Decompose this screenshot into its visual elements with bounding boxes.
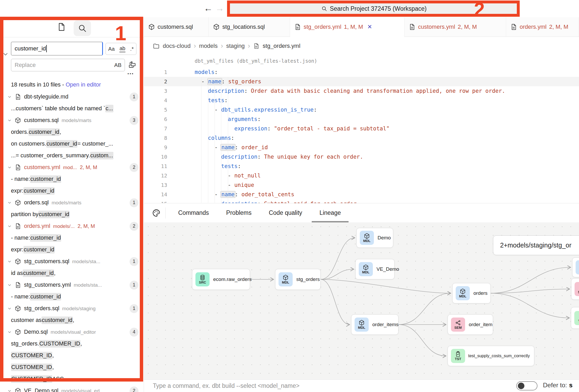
lineage-node-partial_sem[interactable]: SEM <box>571 278 579 300</box>
regex-button[interactable]: .* <box>130 46 134 52</box>
code-line-4[interactable]: 4 tests: <box>144 96 579 105</box>
code-line-8[interactable]: 8 columns: <box>144 133 579 143</box>
search-result-file[interactable]: stg_orders.sqlmodels/staging1 <box>0 303 144 314</box>
chevron-down-icon[interactable] <box>7 118 12 123</box>
search-result-match[interactable]: expr: customer_id <box>0 244 144 256</box>
search-result-match[interactable]: id as customer_id, <box>0 267 144 279</box>
panel-tab-code-quality[interactable]: Code quality <box>261 203 310 223</box>
search-result-match[interactable]: stg_orders.CUSTOMER_ID, <box>0 338 144 350</box>
search-result-match[interactable]: expr: customer_id <box>0 185 144 197</box>
search-result-match[interactable]: ...= customer_orders_summary.custom... <box>0 150 144 162</box>
code-line-12[interactable]: 12 - not_null <box>144 171 579 180</box>
tab-customers.sql[interactable]: customers.sql <box>144 17 209 37</box>
palette-icon[interactable] <box>152 209 161 217</box>
search-result-match[interactable]: customer as customer_id, <box>0 314 144 326</box>
tab-stg_locations.sql[interactable]: stg_locations.sql <box>209 17 290 37</box>
chevron-down-icon[interactable] <box>7 259 12 264</box>
search-result-match[interactable]: CUSTOMER_ID, <box>0 361 144 373</box>
chevron-down-icon[interactable] <box>7 95 12 99</box>
lineage-node-orders[interactable]: MDLorders <box>452 283 491 303</box>
search-result-file[interactable]: dbt-styleguide.md1 <box>0 91 144 103</box>
back-icon[interactable]: ← <box>204 3 213 13</box>
search-input[interactable]: customer_id <box>11 42 103 55</box>
lineage-node-group_stg[interactable]: 2+models/staging/stg_or <box>493 235 579 255</box>
code-line-3[interactable]: 3 description: Order data with basic cle… <box>144 86 579 96</box>
search-tab-icon[interactable] <box>74 20 91 36</box>
lineage-node-partial_tst[interactable]: TST <box>571 307 579 329</box>
lineage-node-Demo[interactable]: MDLDemo <box>356 228 393 248</box>
lineage-node-ecom.raw_orders[interactable]: SRCecom.raw_orders <box>192 269 250 290</box>
code-line-15[interactable]: 15 description: Subtotal paid for each o… <box>144 199 579 203</box>
panel-tab-lineage[interactable]: Lineage <box>312 203 349 223</box>
lineage-node-order_items[interactable]: MDLorder_items <box>351 314 398 335</box>
code-line-2[interactable]: 2 - name: stg_orders <box>144 77 579 86</box>
code-line-14[interactable]: 14 - name: oder_total_cents <box>144 190 579 199</box>
schema-hint[interactable]: dbt_yml_files (dbt_yml_files-latest.json… <box>195 58 579 67</box>
file-explorer-icon[interactable] <box>57 22 66 31</box>
breadcrumb-item[interactable]: models <box>199 43 218 49</box>
toggle-replace-icon[interactable] <box>2 51 9 57</box>
chevron-down-icon[interactable] <box>7 330 12 334</box>
tab-stg_orders.yml[interactable]: stg_orders.yml1, M, M✕ <box>290 17 404 37</box>
code-line-7[interactable]: 7 expression: "order_total - tax_paid = … <box>144 124 579 133</box>
code-line-1[interactable]: 1models: <box>144 67 579 77</box>
search-result-match[interactable]: - name: customer_id <box>0 291 144 303</box>
search-result-file[interactable]: VE_Demo.sqlmodels/visual_ed...2 <box>0 385 144 392</box>
command-input[interactable]: Type a command, ex. dbt build --select <… <box>153 382 299 389</box>
search-result-file[interactable]: Demo.sqlmodels/visual_editor4 <box>0 326 144 338</box>
open-in-editor-link[interactable]: Open in editor <box>66 82 101 88</box>
breadcrumb-item[interactable]: docs-cloud <box>163 43 190 49</box>
preserve-case-button[interactable]: AB <box>114 62 121 68</box>
whole-word-button[interactable]: ab <box>119 45 125 52</box>
code-line-9[interactable]: 9 - name: order_id <box>144 143 579 152</box>
chevron-down-icon[interactable] <box>7 306 12 311</box>
search-result-file[interactable]: orders.ymlmodels/...2, M, M2 <box>0 220 144 232</box>
chevron-down-icon[interactable] <box>7 389 12 392</box>
search-result-file[interactable]: orders.sqlmodels/marts1 <box>0 197 144 209</box>
mdl-badge: MDL <box>279 272 293 286</box>
chevron-down-icon[interactable] <box>7 224 12 228</box>
breadcrumb-file[interactable]: stg_orders.yml <box>263 43 300 49</box>
lineage-node-stg_orders[interactable]: MDLstg_orders <box>275 269 321 290</box>
panel-tab-problems[interactable]: Problems <box>218 203 259 223</box>
breadcrumb-separator-icon: › <box>248 42 250 50</box>
chevron-down-icon[interactable] <box>7 200 12 205</box>
lineage-canvas[interactable]: SRCecom.raw_ordersMDLstg_ordersMDLDemoMD… <box>144 222 579 379</box>
code-line-5[interactable]: 5 - dbt_utils.expression_is_true: <box>144 105 579 114</box>
code-line-11[interactable]: 11 tests: <box>144 162 579 171</box>
lineage-node-order_item[interactable]: SEMorder_item <box>448 314 493 335</box>
search-result-match[interactable]: ...customers` table should be named `c..… <box>0 103 144 114</box>
mdl-badge: MDL <box>360 231 374 245</box>
search-result-file[interactable]: stg_customers.sqlmodels/sta...1 <box>0 256 144 267</box>
search-result-match[interactable]: CUSTOMER_ID ASC, <box>0 373 144 385</box>
panel-tab-commands[interactable]: Commands <box>170 203 217 223</box>
search-result-file[interactable]: customers.ymlmod...2, M, M2 <box>0 162 144 173</box>
tab-orders.yml[interactable]: orders.yml2, M, M <box>506 17 579 37</box>
lineage-node-VE_Demo[interactable]: MDLVE_Demo <box>355 259 395 279</box>
close-icon[interactable]: ✕ <box>367 24 372 30</box>
search-result-match[interactable]: CUSTOMER_ID, <box>0 350 144 361</box>
code-editor[interactable]: dbt_yml_files (dbt_yml_files-latest.json… <box>144 55 579 203</box>
search-result-match[interactable]: - name: customer_id <box>0 173 144 185</box>
project-search-bar[interactable]: Search Project 372475 (Workspace) <box>229 2 519 15</box>
defer-toggle[interactable] <box>516 381 537 390</box>
search-result-match[interactable]: partition by customer_id <box>0 209 144 220</box>
more-actions-button[interactable]: … <box>127 68 134 75</box>
breadcrumb-item[interactable]: staging <box>226 43 245 49</box>
chevron-down-icon[interactable] <box>7 283 12 287</box>
search-result-match[interactable]: orders.customer_id, <box>0 126 144 138</box>
code-line-10[interactable]: 10 description: The unique key for each … <box>144 152 579 162</box>
search-result-file[interactable]: stg_customers.ymlmodels/sta...1 <box>0 279 144 291</box>
code-line-13[interactable]: 13 - unique <box>144 180 579 190</box>
tab-customers.yml[interactable]: customers.yml2, M, M <box>404 17 506 37</box>
lineage-node-test_supply_costs_sum_correctly[interactable]: TSTtest_supply_costs_sum_correctly <box>448 346 534 366</box>
chevron-down-icon[interactable] <box>7 165 12 170</box>
tab-label: orders.yml <box>520 24 547 30</box>
search-result-match[interactable]: - name: customer_id <box>0 232 144 244</box>
code-line-6[interactable]: 6 arguments: <box>144 114 579 124</box>
match-case-button[interactable]: Aa <box>108 46 114 52</box>
lineage-node-partial_mdl[interactable]: MDL <box>572 257 579 277</box>
replace-input[interactable]: Replace AB <box>11 59 125 71</box>
search-result-match[interactable]: on customers.customer_id = customer_... <box>0 138 144 150</box>
search-result-file[interactable]: customers.sqlmodels/marts3 <box>0 114 144 126</box>
